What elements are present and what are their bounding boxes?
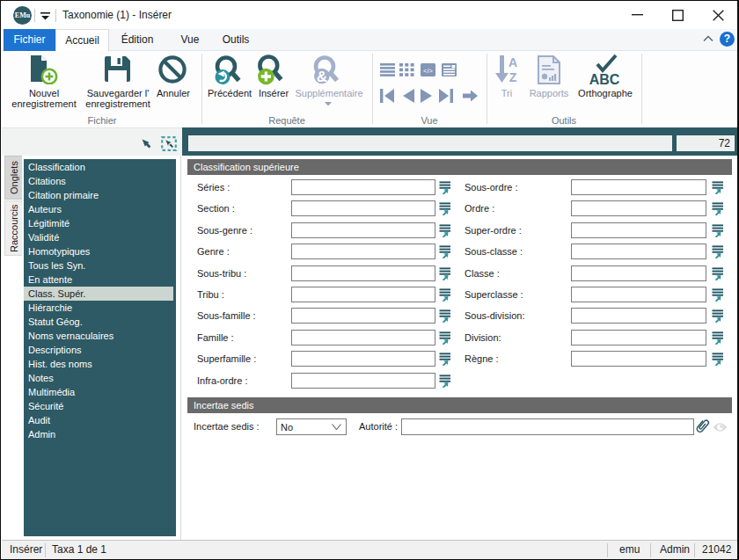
svg-text:A: A bbox=[509, 55, 517, 69]
svg-text:Z: Z bbox=[509, 70, 517, 84]
svg-text:ABC: ABC bbox=[589, 72, 620, 85]
svg-text:</>: </> bbox=[423, 67, 433, 75]
svg-text:&: & bbox=[317, 69, 327, 85]
